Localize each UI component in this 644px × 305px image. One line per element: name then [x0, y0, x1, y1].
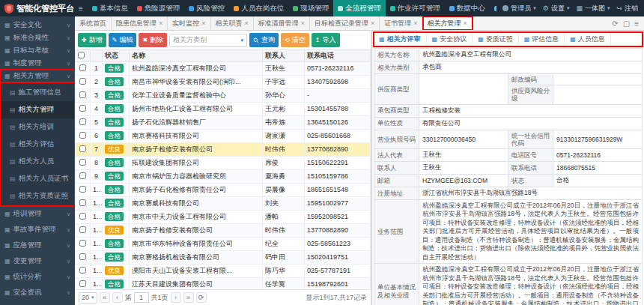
company-profile-text[interactable]: 杭州盈皓深冷真空工程有限公司成立于2012年06月20日，注册地位于浙江省杭州市…	[422, 265, 639, 305]
row-checkbox[interactable]	[79, 78, 86, 85]
tab-close-icon[interactable]: ×	[371, 19, 374, 27]
first-page-icon[interactable]: «	[100, 292, 110, 303]
tab[interactable]: 系统首页	[75, 16, 112, 30]
admin-menu[interactable]: 管理员▾	[502, 4, 536, 13]
top-menu-item[interactable]: 现场管理	[288, 0, 333, 16]
table-row[interactable]: 15 合格 南京赛格扬机检设备有限公司 码申田 15020419751	[76, 250, 371, 264]
top-menu-item[interactable]: 系统管理	[490, 0, 496, 16]
tab-list-icon[interactable]: ≡	[634, 19, 639, 28]
row-checkbox[interactable]	[79, 267, 86, 274]
sidebar-item[interactable]: ▦ 培训管理 ∨	[0, 206, 75, 222]
row-checkbox[interactable]	[79, 240, 86, 247]
tab[interactable]: 目标检查记录管理 ×	[310, 16, 380, 30]
maximize-icon[interactable]: ▢	[623, 19, 630, 28]
row-checkbox[interactable]	[79, 132, 86, 139]
sidebar-item-related-party-mgmt[interactable]: ▦ 相关方管理 ∨	[0, 70, 75, 82]
business-scope-text[interactable]: 杭州盈皓深冷真空工程有限公司成立于2012年06月20日，注册地位于浙江省杭州市…	[422, 202, 639, 262]
table-row[interactable]: 7 优良 南京扬子检修安装有限公司 时伟伟 13770882890	[76, 142, 371, 156]
row-checkbox[interactable]	[79, 91, 86, 98]
map-menu[interactable]: ▦一体图▾	[576, 4, 610, 13]
row-checkbox[interactable]	[79, 105, 86, 112]
row-checkbox[interactable]	[79, 145, 86, 152]
row-checkbox[interactable]	[79, 280, 86, 287]
prev-page-icon[interactable]: ‹	[112, 292, 123, 303]
delete-button[interactable]: ✖删除	[139, 33, 167, 47]
top-menu-item[interactable]: 危险源管理	[133, 0, 185, 16]
row-checkbox[interactable]	[79, 186, 86, 193]
sidebar-collapse-icon[interactable]: ≡	[79, 4, 83, 13]
page-size-select[interactable]: 20▾	[79, 292, 97, 304]
table-row[interactable]: 8 合格 拓联建设集团有限公司 席俊 15150622291	[76, 156, 371, 169]
tab[interactable]: 相关职责 ×	[211, 16, 254, 30]
sidebar-subitem[interactable]: ▤ 相关方评估	[0, 136, 75, 153]
tab[interactable]: 相关方管理 ×	[423, 16, 473, 30]
table-row[interactable]: 14 合格 南京市华东特种设备有限责任公司 纪全 025-58561223	[76, 237, 371, 250]
sidebar-item[interactable]: ▦ 应急管理 ∨	[0, 238, 75, 253]
tab-close-icon[interactable]: ×	[464, 19, 467, 27]
top-menu-item[interactable]: 人员在岗在位	[229, 0, 288, 16]
sidebar-item[interactable]: ▦ 变更管理 ∨	[0, 253, 75, 269]
detail-tab[interactable]: ▦ 人员信息	[565, 32, 611, 46]
next-page-icon[interactable]: ›	[171, 292, 181, 303]
row-checkbox[interactable]	[79, 213, 86, 220]
tab[interactable]: 隐患信息管理 ×	[112, 16, 168, 30]
row-checkbox[interactable]	[79, 172, 86, 179]
table-row[interactable]: 10 合格 南京扬子石化检修有限责任公司 晏晨像 18651651548	[76, 183, 371, 196]
row-checkbox[interactable]	[79, 159, 86, 166]
row-checkbox[interactable]	[79, 199, 86, 206]
table-row[interactable]: 6 合格 南京赛格科技有限公司 谢家潇 025-85601668	[76, 129, 371, 142]
row-checkbox[interactable]	[79, 253, 86, 260]
table-row[interactable]: 3 合格 化学工业设备质量监督检验中心 孙华心 -	[76, 88, 371, 102]
sidebar-item[interactable]: ▦ 统计分析 ∨	[0, 269, 75, 285]
table-row[interactable]: 9 合格 南京市锅炉压力容器检验研究所 夏海勇 15105159786	[76, 169, 371, 183]
table-row[interactable]: 2 合格 南昌市神华设备安装有限公司(演印... 子宇远 13407592698	[76, 75, 371, 88]
category-filter-select[interactable]: 相关方类别 ▾	[169, 34, 247, 47]
detail-tab[interactable]: ▦ 安全协议	[427, 32, 473, 46]
detail-tab[interactable]: ▦ 资质证照	[473, 32, 519, 46]
refresh-icon[interactable]: ⟳	[612, 19, 618, 28]
sidebar-item[interactable]: ▦ 安全资讯 ∨	[0, 285, 75, 301]
top-menu-item[interactable]: 风险管控	[184, 0, 229, 16]
logout-button[interactable]: ↪注销	[616, 4, 638, 13]
sidebar-item[interactable]: ▦ 事故事件管理 ∨	[0, 222, 75, 238]
edit-button[interactable]: ✎编辑	[109, 33, 137, 47]
last-page-icon[interactable]: »	[183, 292, 194, 303]
tab-close-icon[interactable]: ×	[159, 19, 162, 27]
tab[interactable]: 标准清册管理 ×	[254, 16, 310, 30]
sidebar-item[interactable]: ▦ 安全文化 ∨	[0, 19, 75, 31]
table-row[interactable]: 4 合格 扬州市绝热化工设备工程有限公司 王元彬 15301455788	[76, 102, 371, 115]
row-checkbox[interactable]	[79, 64, 86, 71]
search-button[interactable]: 查询	[249, 33, 279, 47]
sidebar-item[interactable]: ▦ 标准合规性 ∨	[0, 31, 75, 44]
row-checkbox[interactable]	[79, 118, 86, 125]
top-menu-item[interactable]: 作业许可管理	[386, 0, 445, 16]
sidebar-subitem[interactable]: ▤ 施工管理信息	[0, 84, 75, 101]
top-menu-item[interactable]: 数据中心	[445, 0, 490, 16]
clear-button[interactable]: ⟲清空	[281, 33, 309, 47]
import-button[interactable]: ↥导入	[312, 33, 340, 47]
sidebar-item[interactable]: ▦ 目标与考核 ∨	[0, 44, 75, 57]
detail-tab[interactable]: ▦ 评估信息	[519, 32, 565, 46]
tab-close-icon[interactable]: ×	[245, 19, 249, 27]
table-row[interactable]: 16 优良 溧阳市天山工设备安装工程有限... 陈巧华 025-57787191	[76, 264, 371, 277]
top-menu-item[interactable]: 全流程管理	[333, 0, 386, 16]
page-input[interactable]: 1	[134, 292, 149, 303]
table-row[interactable]: 17 合格 江苏天目建设集团有限公司 任学翼 15198792601	[76, 277, 371, 289]
tab-close-icon[interactable]: ×	[301, 19, 305, 27]
sidebar-item[interactable]: ▦ 制度管理 ∨	[0, 57, 75, 70]
table-row[interactable]: 11 合格 南京赛威科技有限公司 刘夹 15951002977	[76, 196, 371, 210]
detail-tab[interactable]: ▦ 相关方评审	[374, 32, 427, 46]
table-row[interactable]: 5 合格 扬子石化沿辉器材销售厂 韦帝炼 13645150126	[76, 115, 371, 129]
tab[interactable]: 证书管理 ×	[380, 16, 422, 30]
table-row[interactable]: 13 优良 南京扬子检修安装有限公司 时伟伟 13770882890	[76, 223, 371, 237]
tab[interactable]: 实时监控 ×	[168, 16, 210, 30]
tab-close-icon[interactable]: ×	[413, 19, 417, 27]
top-menu-item[interactable]: 基本信息	[88, 0, 133, 16]
reload-icon[interactable]: ⟳	[196, 292, 207, 303]
sidebar-subitem[interactable]: ▤ 相关方管理	[0, 101, 75, 118]
settings-menu[interactable]: ⚙设置▾	[543, 4, 570, 13]
sidebar-subitem[interactable]: ▤ 相关方人员	[0, 153, 75, 170]
sidebar-subitem[interactable]: ▤ 相关方人员证书	[0, 170, 75, 187]
row-checkbox[interactable]	[79, 226, 86, 233]
sidebar-subitem[interactable]: ▤ 相关方培训	[0, 118, 75, 136]
